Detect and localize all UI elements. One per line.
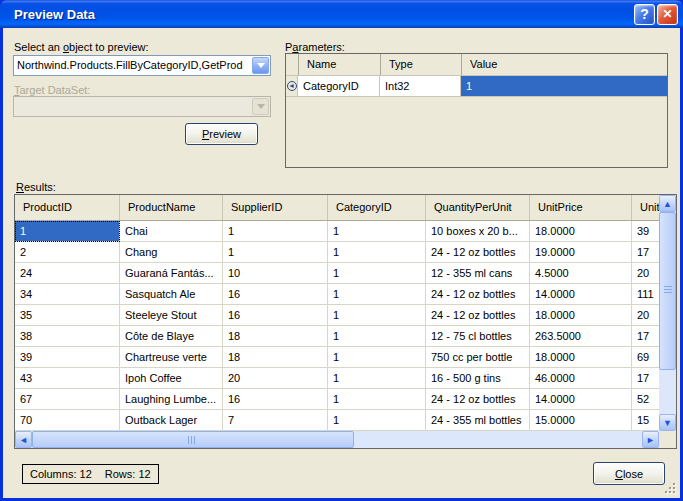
results-cell[interactable]: 1: [328, 368, 426, 389]
results-column-header[interactable]: SupplierID: [223, 195, 328, 220]
parameter-name-cell[interactable]: CategoryID: [298, 76, 380, 96]
object-dropdown-button[interactable]: [252, 57, 269, 74]
results-cell[interactable]: 15.0000: [530, 410, 632, 431]
results-cell[interactable]: 263.5000: [530, 326, 632, 347]
row-header-cell[interactable]: ◂: [286, 76, 298, 96]
results-cell[interactable]: 38: [15, 326, 120, 347]
results-cell[interactable]: 16: [223, 389, 328, 410]
results-cell[interactable]: 52: [632, 389, 659, 410]
results-cell[interactable]: 4.5000: [530, 263, 632, 284]
results-column-header[interactable]: CategoryID: [328, 195, 426, 220]
results-cell[interactable]: 18: [223, 347, 328, 368]
vertical-scrollbar-track[interactable]: [659, 370, 676, 414]
results-cell[interactable]: 1: [328, 263, 426, 284]
parameters-column-header-value[interactable]: Value: [461, 54, 667, 75]
object-combobox[interactable]: Northwind.Products.FillByCategoryID,GetP…: [13, 55, 271, 76]
results-cell[interactable]: 1: [328, 305, 426, 326]
results-cell[interactable]: 1: [328, 242, 426, 263]
results-cell[interactable]: 18.0000: [530, 305, 632, 326]
results-cell[interactable]: 10 boxes x 20 b...: [426, 221, 530, 242]
results-cell[interactable]: 7: [223, 410, 328, 431]
results-cell[interactable]: 16 - 500 g tins: [426, 368, 530, 389]
results-column-header[interactable]: UnitPrice: [530, 195, 632, 220]
horizontal-scrollbar-track[interactable]: [354, 431, 642, 448]
results-cell[interactable]: 18: [223, 326, 328, 347]
results-cell[interactable]: Laughing Lumbe...: [120, 389, 223, 410]
results-cell[interactable]: 24 - 12 oz bottles: [426, 242, 530, 263]
results-cell[interactable]: 20: [632, 305, 659, 326]
results-cell[interactable]: 111: [632, 284, 659, 305]
results-cell[interactable]: 12 - 75 cl bottles: [426, 326, 530, 347]
vertical-scrollbar[interactable]: ▲ ▼: [659, 195, 676, 431]
scroll-left-icon[interactable]: ◄: [15, 431, 32, 448]
results-cell[interactable]: 34: [15, 284, 120, 305]
results-cell[interactable]: 17: [632, 368, 659, 389]
results-cell[interactable]: 24 - 12 oz bottles: [426, 305, 530, 326]
results-cell[interactable]: Chai: [120, 221, 223, 242]
results-cell[interactable]: 69: [632, 347, 659, 368]
results-cell[interactable]: Guaraná Fantás...: [120, 263, 223, 284]
results-cell[interactable]: 12 - 355 ml cans: [426, 263, 530, 284]
preview-button[interactable]: Preview: [185, 123, 258, 145]
results-cell[interactable]: 14.0000: [530, 284, 632, 305]
results-cell[interactable]: 39: [15, 347, 120, 368]
results-cell[interactable]: 17: [632, 242, 659, 263]
results-cell[interactable]: 10: [223, 263, 328, 284]
vertical-scrollbar-thumb[interactable]: [659, 212, 676, 370]
horizontal-scrollbar[interactable]: ◄ ►: [15, 431, 676, 448]
results-cell[interactable]: 1: [328, 389, 426, 410]
parameters-column-header-name[interactable]: Name: [298, 54, 380, 75]
results-cell[interactable]: 16: [223, 284, 328, 305]
results-cell[interactable]: 1: [223, 242, 328, 263]
results-cell[interactable]: Côte de Blaye: [120, 326, 223, 347]
results-cell[interactable]: Steeleye Stout: [120, 305, 223, 326]
results-column-header[interactable]: UnitsI: [632, 195, 659, 220]
results-cell[interactable]: Sasquatch Ale: [120, 284, 223, 305]
results-cell[interactable]: 35: [15, 305, 120, 326]
results-cell[interactable]: 2: [15, 242, 120, 263]
results-cell[interactable]: 1: [328, 347, 426, 368]
results-cell[interactable]: 750 cc per bottle: [426, 347, 530, 368]
results-cell[interactable]: 16: [223, 305, 328, 326]
scroll-up-icon[interactable]: ▲: [659, 195, 676, 212]
results-column-header[interactable]: ProductName: [120, 195, 223, 220]
results-cell[interactable]: Chartreuse verte: [120, 347, 223, 368]
results-cell[interactable]: 1: [328, 221, 426, 242]
results-cell[interactable]: 24: [15, 263, 120, 284]
results-column-header[interactable]: ProductID: [15, 195, 120, 220]
results-cell[interactable]: Chang: [120, 242, 223, 263]
results-cell[interactable]: 15: [632, 410, 659, 431]
scroll-right-icon[interactable]: ►: [642, 431, 659, 448]
results-cell[interactable]: 24 - 355 ml bottles: [426, 410, 530, 431]
results-cell[interactable]: 70: [15, 410, 120, 431]
results-cell[interactable]: 20: [632, 263, 659, 284]
results-cell[interactable]: 43: [15, 368, 120, 389]
results-column-header[interactable]: QuantityPerUnit: [426, 195, 530, 220]
results-cell[interactable]: 24 - 12 oz bottles: [426, 284, 530, 305]
results-cell[interactable]: 18.0000: [530, 347, 632, 368]
parameters-column-header-type[interactable]: Type: [380, 54, 461, 75]
results-cell[interactable]: Ipoh Coffee: [120, 368, 223, 389]
results-cell[interactable]: 1: [223, 221, 328, 242]
results-cell[interactable]: 1: [328, 284, 426, 305]
results-cell[interactable]: 17: [632, 326, 659, 347]
parameter-value-cell[interactable]: 1: [461, 76, 667, 96]
results-cell[interactable]: 24 - 12 oz bottles: [426, 389, 530, 410]
results-cell[interactable]: 14.0000: [530, 389, 632, 410]
results-cell[interactable]: 19.0000: [530, 242, 632, 263]
results-cell[interactable]: 46.0000: [530, 368, 632, 389]
results-cell[interactable]: 20: [223, 368, 328, 389]
close-icon[interactable]: ✕: [657, 4, 678, 25]
results-cell[interactable]: 1: [328, 326, 426, 347]
results-cell[interactable]: 67: [15, 389, 120, 410]
horizontal-scrollbar-thumb[interactable]: [32, 431, 354, 448]
help-icon[interactable]: ?: [634, 4, 655, 25]
results-cell[interactable]: Outback Lager: [120, 410, 223, 431]
results-cell[interactable]: 18.0000: [530, 221, 632, 242]
results-cell[interactable]: 39: [632, 221, 659, 242]
resize-grip[interactable]: [665, 483, 677, 495]
results-cell[interactable]: 1: [15, 221, 120, 242]
scroll-down-icon[interactable]: ▼: [659, 414, 676, 431]
close-button[interactable]: Close: [593, 462, 665, 485]
results-cell[interactable]: 1: [328, 410, 426, 431]
